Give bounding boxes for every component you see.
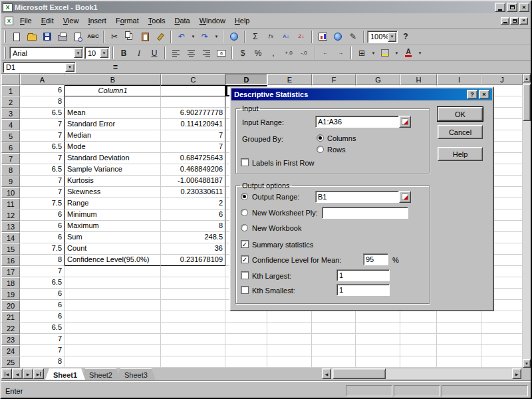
- summary-statistics-checkbox[interactable]: ✓: [241, 240, 249, 248]
- equals-button[interactable]: =: [110, 63, 120, 72]
- menu-tools[interactable]: Tools: [144, 15, 170, 27]
- cell-A21[interactable]: 6: [20, 311, 65, 323]
- cell-B17[interactable]: [65, 266, 161, 277]
- input-range-collapse-button[interactable]: [399, 116, 411, 128]
- new-button[interactable]: [9, 30, 24, 44]
- workbook-close-button[interactable]: ×: [519, 17, 528, 25]
- cell-C4[interactable]: 0.114120941: [161, 119, 225, 130]
- cell-A24[interactable]: 7: [20, 345, 65, 356]
- cell-B20[interactable]: [65, 300, 161, 311]
- font-name-dropdown-icon[interactable]: ▼: [74, 48, 82, 58]
- cell-D25[interactable]: [225, 356, 267, 368]
- menu-insert[interactable]: Insert: [83, 15, 111, 27]
- cell-I21[interactable]: [437, 311, 481, 323]
- cell-A19[interactable]: 6: [20, 289, 65, 300]
- font-size-dropdown-icon[interactable]: ▼: [100, 48, 108, 58]
- cell-D23[interactable]: [225, 334, 267, 345]
- cell-H24[interactable]: [400, 345, 437, 356]
- toolbar-grip[interactable]: [4, 31, 6, 43]
- cell-C7[interactable]: 0.684725643: [161, 153, 225, 164]
- column-header-G[interactable]: G: [356, 74, 400, 85]
- column-header-D[interactable]: D: [225, 74, 267, 85]
- cell-H21[interactable]: [400, 311, 437, 323]
- cell-A5[interactable]: 7: [20, 130, 65, 142]
- new-worksheet-ply-radio[interactable]: [241, 209, 248, 216]
- input-range-field[interactable]: [315, 116, 399, 128]
- close-button[interactable]: ×: [519, 3, 529, 12]
- row-header-1[interactable]: 1: [1, 85, 20, 96]
- cell-B22[interactable]: [65, 323, 161, 334]
- cell-A6[interactable]: 6.5: [20, 142, 65, 153]
- cell-B12[interactable]: Minimum: [65, 209, 161, 221]
- row-header-3[interactable]: 3: [1, 108, 20, 119]
- row-header-23[interactable]: 23: [1, 334, 20, 345]
- minimize-button[interactable]: [495, 3, 505, 12]
- row-header-8[interactable]: 8: [1, 164, 20, 176]
- cell-E23[interactable]: [267, 334, 312, 345]
- zoom-dropdown-icon[interactable]: ▼: [388, 32, 396, 42]
- cell-A25[interactable]: 8: [20, 356, 65, 368]
- row-header-7[interactable]: 7: [1, 153, 20, 164]
- cell-J24[interactable]: [481, 345, 523, 356]
- cell-C9[interactable]: -1.006488187: [161, 176, 225, 187]
- row-header-24[interactable]: 24: [1, 345, 20, 356]
- format-painter-button[interactable]: [153, 30, 168, 44]
- cell-B21[interactable]: [65, 311, 161, 323]
- cell-E22[interactable]: [267, 323, 312, 334]
- kth-largest-field[interactable]: [336, 269, 390, 281]
- cell-A8[interactable]: 6.5: [20, 164, 65, 176]
- cell-C3[interactable]: 6.902777778: [161, 108, 225, 119]
- cell-F23[interactable]: [312, 334, 356, 345]
- sort-descending-button[interactable]: Z↓: [294, 30, 309, 44]
- cancel-button[interactable]: Cancel: [438, 125, 483, 139]
- menu-view[interactable]: View: [59, 15, 84, 27]
- map-button[interactable]: [331, 30, 345, 44]
- cell-C20[interactable]: [161, 300, 225, 311]
- font-color-button[interactable]: A: [401, 46, 416, 60]
- center-button[interactable]: [184, 46, 198, 60]
- cell-B8[interactable]: Sample Variance: [65, 164, 161, 176]
- paste-button[interactable]: [138, 30, 152, 44]
- row-header-6[interactable]: 6: [1, 142, 20, 153]
- titlebar[interactable]: X Microsoft Excel - Book1 ×: [1, 1, 531, 13]
- tab-sheet3[interactable]: Sheet3: [116, 368, 156, 380]
- cell-D22[interactable]: [225, 323, 267, 334]
- workbook-restore-button[interactable]: [510, 17, 519, 25]
- row-header-16[interactable]: 16: [1, 255, 20, 266]
- cell-B4[interactable]: Standard Error: [65, 119, 161, 130]
- cell-A17[interactable]: 7: [20, 266, 65, 277]
- increase-indent-button[interactable]: →: [333, 46, 348, 60]
- cell-B16[interactable]: Confidence Level(95.0%): [65, 255, 161, 266]
- help-button[interactable]: Help: [438, 147, 483, 161]
- borders-dropdown[interactable]: ▼: [370, 46, 377, 60]
- cell-C1[interactable]: [161, 85, 225, 96]
- menu-window[interactable]: Window: [195, 15, 230, 27]
- dialog-context-help-button[interactable]: ?: [467, 90, 477, 99]
- grouped-by-columns-radio[interactable]: [317, 134, 324, 142]
- cell-D24[interactable]: [225, 345, 267, 356]
- cell-A13[interactable]: 6: [20, 221, 65, 232]
- row-header-5[interactable]: 5: [1, 130, 20, 142]
- cell-C22[interactable]: [161, 323, 225, 334]
- cell-J23[interactable]: [481, 334, 523, 345]
- first-sheet-button[interactable]: ◀: [1, 368, 12, 379]
- scroll-left-button[interactable]: ◀: [322, 368, 331, 379]
- cell-G21[interactable]: [356, 311, 400, 323]
- increase-decimal-button[interactable]: +.0: [281, 46, 296, 60]
- cell-I23[interactable]: [437, 334, 481, 345]
- cell-C12[interactable]: 6: [161, 209, 225, 221]
- fill-color-button[interactable]: [378, 46, 392, 60]
- cell-C15[interactable]: 36: [161, 243, 225, 255]
- print-button[interactable]: [55, 30, 70, 44]
- cell-A16[interactable]: 8: [20, 255, 65, 266]
- bold-button[interactable]: B: [116, 46, 131, 60]
- cell-D21[interactable]: [225, 311, 267, 323]
- new-worksheet-ply-field[interactable]: [322, 207, 408, 219]
- cell-E21[interactable]: [267, 311, 312, 323]
- open-button[interactable]: [25, 30, 39, 44]
- row-header-12[interactable]: 12: [1, 209, 20, 221]
- cell-H22[interactable]: [400, 323, 437, 334]
- cell-A15[interactable]: 7.5: [20, 243, 65, 255]
- redo-button[interactable]: ↷: [198, 30, 212, 44]
- cell-C11[interactable]: 2: [161, 198, 225, 209]
